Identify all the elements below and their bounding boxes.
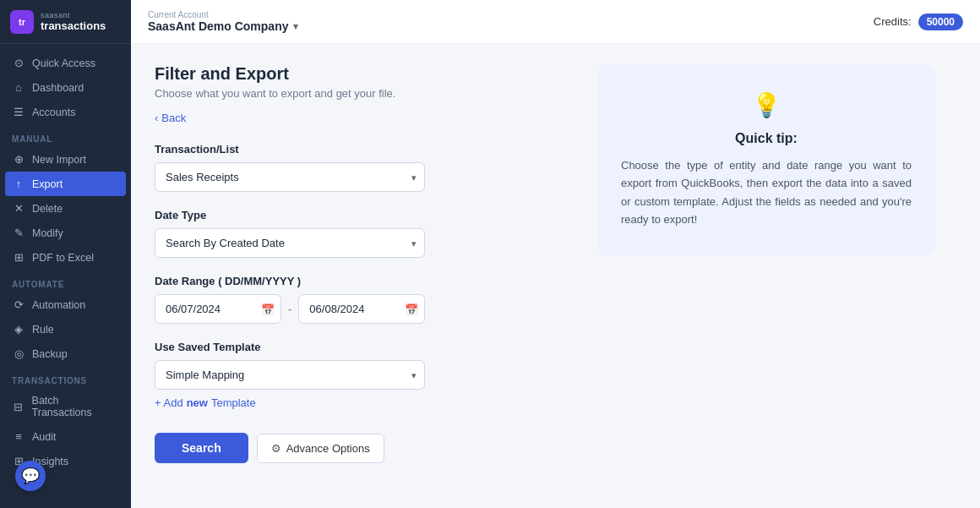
export-icon: ↑ [12, 178, 25, 190]
sidebar-item-rule[interactable]: ◈ Rule [0, 317, 131, 341]
current-account-label: Current Account [148, 10, 298, 19]
form-panel: Filter and Export Choose what you want t… [155, 64, 577, 488]
content-area: Filter and Export Choose what you want t… [131, 44, 980, 508]
add-template-link[interactable]: + Add new Template [155, 396, 577, 409]
template-section: Use Saved Template Simple Mapping Custom… [155, 341, 577, 409]
sidebar-item-quick-access[interactable]: ⊙ Quick Access [0, 51, 131, 75]
brand-top: saasant [41, 11, 106, 19]
action-row: Search ⚙ Advance Options [155, 433, 577, 463]
app-logo: tr saasant transactions [0, 0, 131, 44]
automate-section-label: AUTOMATE [0, 270, 131, 292]
account-name: SaasAnt Demo Company [148, 19, 288, 33]
automation-icon: ⟳ [12, 298, 25, 311]
sidebar-item-dashboard[interactable]: ⌂ Dashboard [0, 75, 131, 100]
tip-card: 💡 Quick tip: Choose the type of entity a… [597, 64, 935, 256]
manual-section-label: MANUAL [0, 124, 131, 147]
chat-icon: 💬 [21, 467, 40, 485]
sidebar: tr saasant transactions ⊙ Quick Access ⌂… [0, 0, 131, 508]
tip-bulb-icon: 💡 [752, 91, 781, 119]
date-type-select[interactable]: Search By Created Date Search By Modifie… [155, 228, 425, 258]
dashboard-icon: ⌂ [12, 81, 25, 94]
template-select[interactable]: Simple Mapping Custom Mapping 1 Custom M… [155, 360, 425, 390]
sidebar-item-audit[interactable]: ≡ Audit [0, 424, 131, 449]
advance-options-label: Advance Options [286, 442, 370, 455]
sidebar-item-modify[interactable]: ✎ Modify [0, 221, 131, 245]
quick-access-icon: ⊙ [12, 57, 25, 69]
date-type-section: Date Type Search By Created Date Search … [155, 209, 577, 258]
date-type-wrapper: Search By Created Date Search By Modifie… [155, 228, 425, 258]
transactions-section-label: TRANSACTIONS [0, 366, 131, 389]
topbar: Current Account SaasAnt Demo Company ▾ C… [131, 0, 980, 44]
date-separator: - [288, 303, 292, 316]
sidebar-item-automation[interactable]: ⟳ Automation [0, 292, 131, 317]
topbar-account-area: Current Account SaasAnt Demo Company ▾ [148, 10, 298, 33]
backup-icon: ◎ [12, 347, 25, 360]
audit-icon: ≡ [12, 430, 25, 443]
sidebar-item-pdf-to-excel[interactable]: ⊞ PDF to Excel [0, 245, 131, 270]
back-label: Back [161, 112, 186, 124]
search-button[interactable]: Search [155, 433, 248, 463]
date-type-label: Date Type [155, 209, 577, 221]
add-template-prefix: + Add [155, 396, 183, 409]
sidebar-nav: ⊙ Quick Access ⌂ Dashboard ☰ Accounts MA… [0, 44, 131, 508]
date-to-input[interactable] [298, 294, 425, 324]
modify-icon: ✎ [12, 227, 25, 239]
sidebar-item-export[interactable]: ↑ Export [5, 172, 126, 196]
date-range-label: Date Range ( DD/MM/YYYY ) [155, 275, 577, 287]
template-label: Use Saved Template [155, 341, 577, 353]
logo-icon: tr [10, 10, 34, 34]
accounts-icon: ☰ [12, 106, 25, 118]
pdf-icon: ⊞ [12, 251, 25, 264]
page-subtitle: Choose what you want to export and get y… [155, 87, 577, 100]
sidebar-item-accounts[interactable]: ☰ Accounts [0, 100, 131, 124]
add-template-new: new [187, 396, 208, 409]
main-area: Current Account SaasAnt Demo Company ▾ C… [131, 0, 980, 508]
transaction-list-wrapper: Sales Receipts Invoices Bills Payments J… [155, 162, 425, 192]
date-from-input[interactable] [155, 294, 281, 324]
sidebar-item-backup[interactable]: ◎ Backup [0, 341, 131, 366]
account-chevron-icon: ▾ [293, 21, 298, 32]
date-range-section: Date Range ( DD/MM/YYYY ) 📅 - 📅 [155, 275, 577, 324]
page-title: Filter and Export [155, 64, 577, 84]
credits-badge: 50000 [918, 14, 963, 30]
rule-icon: ◈ [12, 323, 25, 336]
date-to-wrapper: 📅 [298, 294, 425, 324]
tip-panel: 💡 Quick tip: Choose the type of entity a… [597, 64, 935, 488]
sidebar-item-batch-transactions[interactable]: ⊟ Batch Transactions [0, 389, 131, 424]
new-import-icon: ⊕ [12, 153, 25, 166]
advance-options-button[interactable]: ⚙ Advance Options [257, 434, 384, 463]
sidebar-item-new-import[interactable]: ⊕ New Import [0, 147, 131, 172]
date-range-row: 📅 - 📅 [155, 294, 425, 324]
template-select-wrapper: Simple Mapping Custom Mapping 1 Custom M… [155, 360, 425, 390]
batch-icon: ⊟ [12, 401, 25, 413]
transaction-list-label: Transaction/List [155, 143, 577, 156]
tip-body: Choose the type of entity and date range… [621, 156, 912, 229]
account-selector[interactable]: SaasAnt Demo Company ▾ [148, 19, 298, 33]
chat-fab-button[interactable]: 💬 [15, 461, 46, 491]
tip-title: Quick tip: [735, 131, 798, 146]
brand-bottom: transactions [41, 19, 106, 32]
topbar-right: Credits: 50000 [874, 14, 963, 30]
back-arrow-icon: ‹ [155, 112, 158, 124]
add-template-suffix: Template [211, 396, 256, 409]
transaction-list-section: Transaction/List Sales Receipts Invoices… [155, 143, 577, 192]
delete-icon: ✕ [12, 202, 25, 215]
date-from-wrapper: 📅 [155, 294, 281, 324]
sidebar-item-delete[interactable]: ✕ Delete [0, 196, 131, 221]
sliders-icon: ⚙ [271, 442, 281, 455]
credits-label: Credits: [874, 15, 912, 28]
back-button[interactable]: ‹ Back [155, 112, 577, 124]
transaction-list-select[interactable]: Sales Receipts Invoices Bills Payments J… [155, 162, 425, 192]
